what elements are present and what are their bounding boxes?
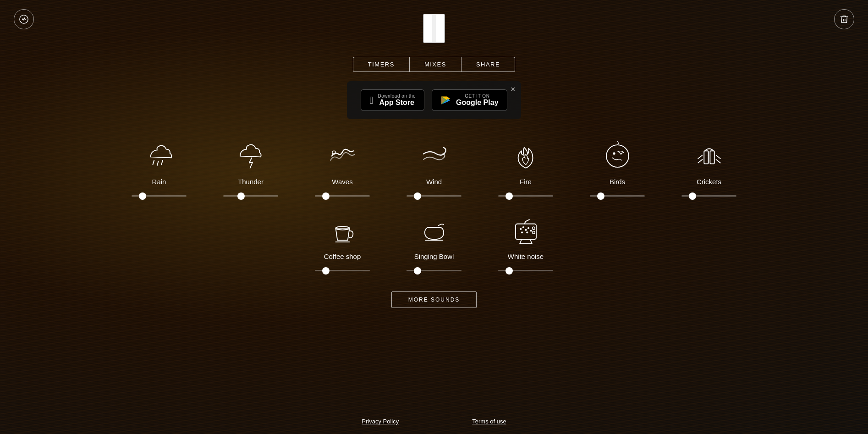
sound-item-waves: Waves bbox=[297, 133, 388, 203]
svg-line-21 bbox=[526, 220, 529, 221]
fire-slider[interactable] bbox=[498, 195, 553, 197]
coffee-shop-slider[interactable] bbox=[315, 270, 370, 271]
crickets-icon-btn[interactable] bbox=[691, 137, 727, 174]
svg-point-27 bbox=[521, 231, 522, 233]
waves-slider[interactable] bbox=[315, 195, 370, 197]
crickets-slider[interactable] bbox=[681, 195, 736, 197]
pause-button[interactable] bbox=[423, 14, 445, 43]
singing-bowl-icon-btn[interactable] bbox=[416, 212, 452, 249]
svg-point-22 bbox=[520, 228, 521, 230]
svg-rect-7 bbox=[704, 151, 708, 164]
svg-point-26 bbox=[530, 230, 532, 231]
svg-line-18 bbox=[530, 239, 532, 243]
svg-line-11 bbox=[716, 155, 720, 159]
white-noise-icon-btn[interactable] bbox=[507, 212, 544, 249]
appstore-text: Download on the App Store bbox=[378, 93, 416, 107]
svg-point-29 bbox=[532, 227, 535, 230]
fire-icon-btn[interactable] bbox=[507, 137, 544, 174]
birds-icon-btn[interactable] bbox=[599, 137, 636, 174]
svg-point-25 bbox=[527, 227, 529, 229]
crickets-label: Crickets bbox=[697, 178, 721, 186]
birds-label: Birds bbox=[610, 178, 625, 186]
sound-item-singing-bowl: Singing Bowl bbox=[388, 208, 480, 278]
wind-slider[interactable] bbox=[407, 195, 461, 197]
waveform-button[interactable] bbox=[14, 9, 34, 29]
singing-bowl-slider-container bbox=[407, 265, 461, 273]
sound-item-birds: Birds bbox=[571, 133, 663, 203]
sound-item-thunder: Thunder bbox=[205, 133, 297, 203]
svg-line-9 bbox=[698, 155, 702, 159]
privacy-policy-link[interactable]: Privacy Policy bbox=[362, 418, 399, 425]
svg-point-23 bbox=[522, 226, 524, 228]
sound-item-white-noise: White noise bbox=[480, 208, 571, 278]
coffee-shop-slider-container bbox=[315, 265, 370, 273]
share-button[interactable]: SHARE bbox=[461, 57, 515, 72]
svg-line-3 bbox=[161, 160, 163, 164]
sound-item-coffee-shop: Coffee shop bbox=[297, 208, 388, 278]
thunder-slider[interactable] bbox=[223, 195, 278, 197]
googleplay-button[interactable]: GET IT ON Google Play bbox=[432, 89, 507, 111]
mixes-button[interactable]: MIXES bbox=[409, 57, 461, 72]
crickets-slider-container bbox=[681, 190, 736, 198]
white-noise-label: White noise bbox=[508, 253, 544, 260]
white-noise-slider[interactable] bbox=[498, 270, 553, 271]
svg-line-10 bbox=[698, 159, 702, 163]
singing-bowl-slider[interactable] bbox=[407, 270, 461, 271]
wind-label: Wind bbox=[426, 178, 442, 186]
sound-item-crickets: Crickets bbox=[663, 133, 755, 203]
svg-point-28 bbox=[526, 231, 527, 233]
waves-icon-btn[interactable] bbox=[324, 137, 361, 174]
white-noise-slider-container bbox=[498, 265, 553, 273]
svg-point-24 bbox=[525, 229, 527, 231]
svg-point-6 bbox=[613, 153, 615, 154]
wind-slider-container bbox=[407, 190, 461, 198]
sound-item-rain: Rain bbox=[113, 133, 205, 203]
svg-line-2 bbox=[157, 161, 158, 165]
svg-line-12 bbox=[716, 159, 720, 163]
google-play-icon bbox=[440, 95, 451, 106]
coffee-shop-label: Coffee shop bbox=[324, 253, 361, 260]
wind-icon-btn[interactable] bbox=[416, 137, 452, 174]
waves-slider-container bbox=[315, 190, 370, 198]
top-bar bbox=[0, 0, 868, 43]
thunder-icon-btn[interactable] bbox=[232, 137, 269, 174]
rain-slider[interactable] bbox=[132, 195, 187, 197]
rain-slider-container bbox=[132, 190, 187, 198]
singing-bowl-label: Singing Bowl bbox=[414, 253, 454, 260]
more-sounds-button[interactable]: MORE SOUNDS bbox=[391, 291, 477, 308]
timers-button[interactable]: TIMERS bbox=[353, 57, 409, 72]
sound-item-wind: Wind bbox=[388, 133, 480, 203]
svg-line-17 bbox=[520, 239, 522, 243]
sound-item-fire: Fire bbox=[480, 133, 571, 203]
svg-point-5 bbox=[606, 145, 629, 167]
svg-rect-8 bbox=[710, 151, 714, 164]
thunder-label: Thunder bbox=[238, 178, 264, 186]
sound-grid: Rain Thunder bbox=[0, 133, 868, 278]
trash-button[interactable] bbox=[834, 9, 854, 29]
sound-row-2: Coffee shop Singing Bowl bbox=[0, 208, 868, 278]
coffee-shop-icon-btn[interactable] bbox=[324, 212, 361, 249]
svg-point-30 bbox=[532, 231, 535, 234]
footer: Privacy Policy Terms of use bbox=[362, 418, 506, 425]
fire-label: Fire bbox=[520, 178, 532, 186]
birds-slider-container bbox=[590, 190, 645, 198]
thunder-slider-container bbox=[223, 190, 278, 198]
svg-line-1 bbox=[153, 160, 154, 164]
rain-icon-btn[interactable] bbox=[141, 137, 177, 174]
terms-of-use-link[interactable]: Terms of use bbox=[472, 418, 506, 425]
fire-slider-container bbox=[498, 190, 553, 198]
birds-slider[interactable] bbox=[590, 195, 645, 197]
rain-label: Rain bbox=[152, 178, 166, 186]
close-banner-button[interactable]: × bbox=[511, 85, 516, 94]
appstore-button[interactable]:  Download on the App Store bbox=[361, 89, 424, 111]
apple-icon:  bbox=[369, 94, 373, 106]
googleplay-text: GET IT ON Google Play bbox=[456, 93, 498, 107]
sound-row-1: Rain Thunder bbox=[0, 133, 868, 203]
waves-label: Waves bbox=[332, 178, 352, 186]
app-banner: ×  Download on the App Store GET IT ON … bbox=[347, 81, 521, 119]
nav-buttons: TIMERS MIXES SHARE bbox=[353, 57, 515, 72]
